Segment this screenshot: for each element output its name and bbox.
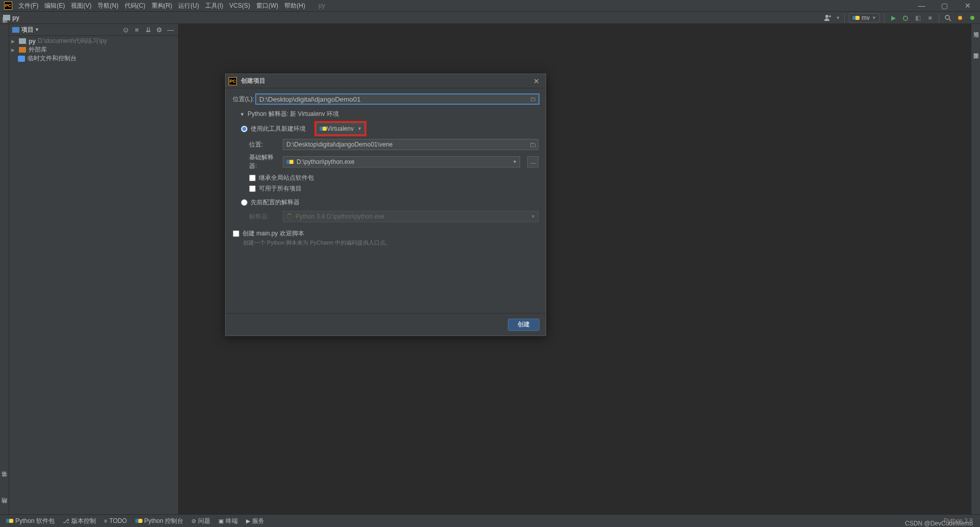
menu-code[interactable]: 代码(C) — [121, 2, 149, 10]
tool-tab-bookmarks[interactable]: 书签 — [0, 478, 9, 485]
menu-file[interactable]: 文件(F) — [15, 2, 41, 10]
run-config-selector[interactable]: mv ▼ — [849, 13, 880, 22]
location-input[interactable] — [255, 93, 540, 105]
menu-refactor[interactable]: 重构(R) — [149, 2, 176, 10]
close-window-button[interactable]: ✕ — [956, 0, 979, 12]
checkbox-create-main[interactable] — [233, 230, 239, 237]
radio-existing-interpreter-label: 先前配置的解释器 — [251, 198, 300, 207]
tree-scratches[interactable]: 临时文件和控制台 — [9, 54, 178, 63]
maximize-button[interactable]: ▢ — [933, 0, 956, 12]
new-project-dialog: PC 创建项目 ✕ 位置(L): 🗀 ▼ Python 解释器: 新 Virtu… — [225, 74, 546, 336]
tool-tab-structure[interactable]: 结构 — [0, 505, 9, 511]
navigation-toolbar: py ▼ mv ▼ ▶ ◧ ■ — [0, 12, 980, 24]
project-panel-header: 项目 ▼ ⊙ ≡ ⇊ ⚙ — — [9, 24, 178, 36]
gear-icon[interactable]: ⚙ — [155, 25, 164, 34]
tool-tab-database[interactable]: 数据库 — [971, 45, 980, 52]
pycharm-logo-icon: PC — [229, 77, 237, 85]
chevron-right-icon: ▶ — [11, 39, 16, 44]
tool-problems[interactable]: ⊘问题 — [188, 517, 213, 525]
tool-python-packages[interactable]: Python 软件包 — [3, 517, 58, 525]
project-panel: 项目 ▼ ⊙ ≡ ⇊ ⚙ — ▶ py D:\document\代码练习\py … — [9, 24, 179, 514]
tree-root-folder[interactable]: ▶ py D:\document\代码练习\py — [9, 37, 178, 45]
library-icon — [19, 47, 26, 53]
tool-python-console[interactable]: Python 控制台 — [132, 517, 187, 525]
tree-node-label: 外部库 — [29, 45, 47, 54]
base-interpreter-label: 基础解释器: — [249, 153, 278, 171]
ide-updates-icon[interactable] — [955, 13, 965, 22]
menu-navigate[interactable]: 导航(N) — [94, 2, 121, 10]
status-bar: Python 软件包 ⎇版本控制 ≡TODO Python 控制台 ⊘问题 ▣终… — [0, 514, 980, 527]
folder-icon — [19, 38, 26, 44]
svg-point-0 — [825, 15, 828, 18]
python-icon — [135, 517, 142, 524]
checkbox-inherit-global-label: 继承全局站点软件包 — [259, 174, 314, 182]
tool-version-control[interactable]: ⎇版本控制 — [60, 517, 99, 525]
menu-tools[interactable]: 工具(I) — [202, 2, 226, 10]
titlebar: PC 文件(F) 编辑(E) 视图(V) 导航(N) 代码(C) 重构(R) 运… — [0, 0, 980, 12]
checkbox-inherit-global[interactable] — [249, 175, 256, 181]
tool-tab-project[interactable]: 项目 — [0, 24, 10, 30]
location-label: 位置(L): — [233, 95, 255, 104]
menu-help[interactable]: 帮助(H) — [281, 2, 308, 10]
svg-point-1 — [903, 16, 908, 20]
menu-edit[interactable]: 编辑(E) — [41, 2, 68, 10]
radio-new-environment[interactable] — [241, 126, 248, 132]
tool-terminal[interactable]: ▣终端 — [215, 517, 241, 525]
venv-location-input[interactable]: D:\Desktop\digital\djangoDemo01\vene 🗀 — [283, 139, 538, 150]
dialog-body: 位置(L): 🗀 ▼ Python 解释器: 新 Virtualenv 环境 使… — [226, 88, 546, 313]
menu-run[interactable]: 运行(U) — [175, 2, 202, 10]
chevron-down-icon: ▼ — [531, 214, 535, 219]
radio-existing-interpreter[interactable] — [241, 199, 248, 206]
search-icon[interactable] — [943, 13, 952, 22]
radio-new-environment-label: 使用此工具新建环境 — [251, 125, 306, 133]
minimize-button[interactable]: — — [910, 0, 933, 12]
environment-tool-combo[interactable]: Virtualenv ▼ — [316, 123, 365, 135]
breadcrumb[interactable]: py — [12, 14, 19, 21]
chevron-down-icon[interactable]: ▼ — [35, 27, 39, 32]
expand-all-icon[interactable]: ≡ — [132, 25, 141, 34]
interpreter-section-header[interactable]: ▼ Python 解释器: 新 Virtualenv 环境 — [240, 110, 538, 118]
menu-window[interactable]: 窗口(W) — [253, 2, 281, 10]
right-tool-strip: 通知 数据库 — [971, 24, 980, 514]
svg-point-2 — [945, 15, 949, 19]
select-opened-file-icon[interactable]: ⊙ — [121, 25, 130, 34]
run-button[interactable]: ▶ — [889, 13, 898, 22]
tree-node-label: 临时文件和控制台 — [28, 54, 77, 63]
checkbox-all-projects[interactable] — [249, 185, 256, 192]
dialog-title: 创建项目 — [241, 77, 265, 85]
existing-interpreter-label: 解释器: — [249, 212, 278, 221]
project-view-icon — [12, 27, 19, 33]
base-interpreter-combo[interactable]: D:\python\python.exe ▼ — [283, 156, 520, 167]
stop-button[interactable]: ■ — [925, 13, 935, 22]
checkbox-all-projects-label: 可用于所有项目 — [259, 184, 302, 193]
browse-folder-icon[interactable]: 🗀 — [528, 93, 538, 105]
menu-vcs[interactable]: VCS(S) — [226, 2, 253, 9]
watermark: CSDN @DevCodeMemo — [905, 520, 973, 527]
base-interpreter-more-button[interactable]: … — [527, 156, 538, 167]
browse-folder-icon[interactable]: 🗀 — [529, 141, 536, 149]
run-coverage-button[interactable]: ◧ — [913, 13, 922, 22]
collapse-all-icon[interactable]: ⇊ — [143, 25, 153, 34]
menu-view[interactable]: 视图(V) — [68, 2, 94, 10]
pycharm-logo-icon: PC — [4, 2, 12, 10]
dialog-footer: 创建 — [226, 313, 546, 336]
tool-todo[interactable]: ≡TODO — [101, 517, 130, 524]
create-button[interactable]: 创建 — [508, 319, 540, 331]
python-icon — [320, 125, 327, 132]
add-user-icon[interactable] — [823, 13, 832, 22]
venv-location-label: 位置: — [249, 140, 278, 149]
chevron-down-icon: ▼ — [357, 126, 362, 131]
warning-icon: ⊘ — [191, 518, 196, 524]
dialog-close-button[interactable]: ✕ — [530, 75, 543, 87]
tool-tab-notifications[interactable]: 通知 — [971, 24, 980, 30]
tree-external-libraries[interactable]: ▶ 外部库 — [9, 45, 178, 54]
tool-services[interactable]: ▶服务 — [243, 517, 267, 525]
dialog-titlebar: PC 创建项目 ✕ — [226, 74, 546, 88]
checkbox-create-main-label: 创建 main.py 欢迎脚本 — [242, 229, 304, 238]
chevron-down-icon: ▼ — [836, 15, 840, 20]
python-icon — [286, 158, 293, 165]
chevron-right-icon: ▶ — [11, 47, 16, 53]
debug-button[interactable] — [901, 13, 910, 22]
hide-panel-button[interactable]: — — [166, 25, 175, 34]
assistant-icon[interactable] — [968, 13, 977, 22]
